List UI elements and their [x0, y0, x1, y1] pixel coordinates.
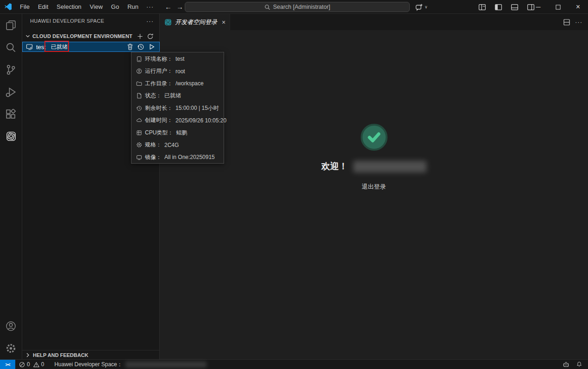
maximize-button[interactable]: [548, 0, 568, 14]
section-label: CLOUD DEVELOPMENT ENVIRONMENT: [32, 33, 134, 39]
tab-title: 开发者空间登录: [175, 18, 217, 26]
tooltip-value: 鲲鹏: [176, 129, 187, 137]
tooltip-label: 环境名称：: [145, 55, 173, 63]
environment-vm-icon: [26, 43, 33, 51]
tab-close-icon[interactable]: ×: [220, 19, 227, 26]
tooltip-label: 规格：: [145, 141, 162, 149]
editor-more-actions-icon[interactable]: ···: [575, 19, 582, 25]
notifications-bell-icon[interactable]: [576, 361, 582, 368]
error-icon: [19, 362, 25, 368]
tooltip-value: root: [175, 68, 185, 75]
menu-run[interactable]: Run: [123, 2, 143, 12]
minimize-button[interactable]: ─: [528, 0, 548, 14]
toggle-panel-icon[interactable]: [508, 1, 520, 13]
warning-count: 0: [41, 361, 44, 368]
customize-layout-icon[interactable]: [476, 1, 488, 13]
tooltip-value: test: [175, 56, 184, 62]
refresh-button[interactable]: [145, 32, 155, 41]
huawei-developer-space-icon[interactable]: [0, 125, 22, 147]
run-debug-icon[interactable]: [0, 81, 22, 103]
redacted-status-value: [125, 362, 206, 368]
tooltip-label: 状态：: [145, 92, 162, 100]
tooltip-label: 剩余时长：: [145, 104, 173, 112]
remote-indicator[interactable]: ><: [0, 360, 15, 369]
tooltip-label: CPU类型：: [145, 129, 173, 137]
history-icon[interactable]: [137, 43, 144, 51]
delete-environment-icon[interactable]: [126, 43, 134, 51]
close-button[interactable]: ×: [568, 0, 588, 14]
tooltip-value: All in One:20250915: [164, 154, 215, 160]
menu-view[interactable]: View: [86, 2, 107, 12]
status-bar: >< 0 0 Huawei Developer Space：: [0, 359, 588, 369]
vscode-window: File Edit Selection View Go Run ··· ← → …: [0, 0, 588, 369]
tooltip-row: 镜像： All in One:20250915: [131, 151, 224, 164]
sidebar-more-actions-icon[interactable]: ···: [146, 18, 154, 25]
tooltip-row: 运行用户： root: [131, 65, 224, 78]
menu-go[interactable]: Go: [107, 2, 123, 12]
back-arrow-icon[interactable]: ←: [165, 3, 172, 11]
statusbar-right: [563, 360, 588, 369]
source-control-icon[interactable]: [0, 58, 22, 81]
chevron-right-icon: [24, 351, 31, 359]
folder-icon: [136, 81, 142, 87]
menu-selection[interactable]: Selection: [52, 2, 85, 12]
titlebar: File Edit Selection View Go Run ··· ← → …: [0, 0, 588, 14]
welcome-row: 欢迎！: [321, 160, 426, 172]
split-editor-icon[interactable]: [563, 19, 570, 26]
redacted-username: [353, 161, 426, 172]
menu-file[interactable]: File: [16, 2, 34, 12]
copilot-icon: [415, 3, 423, 11]
forward-arrow-icon[interactable]: →: [176, 3, 183, 11]
welcome-greeting: 欢迎！: [321, 160, 348, 172]
help-label: HELP AND FEEDBACK: [33, 352, 88, 358]
tooltip-label: 镜像：: [145, 153, 162, 161]
environment-icon: [136, 56, 142, 62]
extensions-icon[interactable]: [0, 103, 22, 125]
command-center-search[interactable]: Search [Administrator]: [185, 2, 410, 12]
tooltip-row: 剩余时长： 15:00:00 | 15小时: [131, 102, 224, 115]
environment-tree-item-test[interactable]: test 已就绪: [22, 42, 160, 52]
activity-bar: [0, 14, 22, 359]
copilot-menu-button[interactable]: ∨: [413, 1, 430, 13]
tooltip-row: CPU类型： 鲲鹏: [131, 127, 224, 139]
image-icon: [136, 154, 142, 160]
accounts-icon[interactable]: [0, 315, 22, 337]
tooltip-label: 工作目录：: [145, 80, 173, 88]
tooltip-label: 创建时间：: [145, 116, 173, 124]
spec-gear-icon: [136, 142, 142, 148]
tooltip-value: 已就绪: [164, 92, 181, 100]
huawei-status-label[interactable]: Huawei Developer Space：: [54, 361, 122, 369]
vscode-logo-icon: [4, 3, 12, 11]
menu-edit[interactable]: Edit: [34, 2, 52, 12]
section-cloud-development-environment[interactable]: CLOUD DEVELOPMENT ENVIRONMENT: [22, 31, 159, 41]
start-environment-icon[interactable]: [147, 43, 155, 51]
tooltip-row: 创建时间： 2025/09/26 10:05:20: [131, 115, 224, 127]
problems-indicator[interactable]: 0 0: [15, 360, 48, 369]
settings-gear-icon[interactable]: [0, 337, 22, 359]
help-and-feedback-section[interactable]: HELP AND FEEDBACK: [22, 350, 159, 359]
tooltip-value: /workspace: [175, 80, 204, 87]
search-icon: [264, 4, 270, 10]
huawei-tab-icon: [164, 19, 172, 26]
menu-overflow[interactable]: ···: [143, 2, 157, 12]
cpu-icon: [136, 130, 142, 136]
tooltip-row: 环境名称： test: [131, 53, 224, 65]
search-view-icon[interactable]: [0, 36, 22, 58]
copilot-status-icon[interactable]: [563, 361, 569, 368]
search-placeholder: Search [Administrator]: [273, 4, 331, 10]
window-controls: ─ ×: [528, 0, 588, 14]
toggle-primary-sidebar-icon[interactable]: [492, 1, 504, 13]
success-check-icon: [361, 124, 388, 151]
tooltip-row: 状态： 已就绪: [131, 90, 224, 102]
explorer-icon[interactable]: [0, 14, 22, 36]
status-icon: [136, 93, 142, 99]
sidebar-title-row: HUAWEI DEVELOPER SPACE ···: [22, 14, 159, 28]
tab-developer-space-login[interactable]: 开发者空间登录 ×: [160, 14, 230, 30]
duration-icon: [136, 105, 142, 111]
logout-button[interactable]: 退出登录: [362, 183, 386, 191]
environment-name: test: [36, 44, 46, 51]
sidebar-title: HUAWEI DEVELOPER SPACE: [30, 18, 146, 24]
created-icon: [136, 117, 142, 123]
add-environment-button[interactable]: [135, 32, 144, 41]
tab-bar: 开发者空间登录 × ···: [160, 14, 588, 30]
